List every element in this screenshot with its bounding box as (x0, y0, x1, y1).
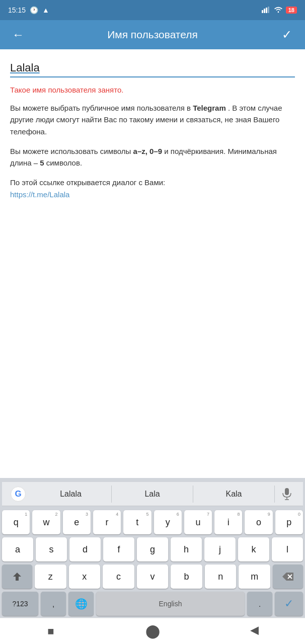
key-o[interactable]: 9o (245, 510, 272, 534)
drive-icon: ▲ (42, 6, 49, 14)
key-y[interactable]: 6y (154, 510, 182, 534)
keyboard-row-2: a s d f g h j k l (2, 537, 303, 561)
key-l[interactable]: l (272, 537, 303, 561)
g-icon: G (11, 487, 26, 502)
key-z[interactable]: z (35, 565, 66, 589)
space-key[interactable]: English (96, 592, 245, 616)
svg-rect-2 (266, 8, 267, 13)
key-j[interactable]: j (204, 537, 236, 561)
status-icons: 18 (262, 6, 297, 15)
key-x[interactable]: x (69, 565, 101, 589)
info-text-2d: 5 (40, 158, 44, 167)
key-a[interactable]: a (2, 537, 33, 561)
key-f[interactable]: f (103, 537, 134, 561)
key-e[interactable]: 3e (63, 510, 91, 534)
svg-point-4 (277, 11, 279, 13)
info-text-2e: символов. (44, 158, 83, 167)
nav-recents-button[interactable]: ■ (43, 624, 58, 639)
shift-key[interactable] (2, 565, 32, 589)
profile-link[interactable]: https://t.me/Lalala (10, 190, 69, 199)
globe-key[interactable]: 🌐 (68, 592, 94, 616)
key-g[interactable]: g (137, 537, 168, 561)
keyboard-row-3: z x c v b n m (2, 565, 303, 589)
info-paragraph-3: По этой ссылке открывается диалог с Вами… (10, 177, 295, 200)
svg-rect-3 (268, 7, 269, 13)
svg-rect-5 (285, 488, 289, 495)
keyboard-row-1: 1q 2w 3e 4r 5t 6y 7u 8i 9o 0p (2, 510, 303, 534)
key-k[interactable]: k (238, 537, 269, 561)
google-logo: G (6, 487, 30, 502)
page-title: Имя пользователя (28, 29, 277, 41)
svg-rect-0 (262, 10, 263, 13)
battery-indicator: 18 (286, 7, 297, 14)
confirm-button[interactable]: ✓ (277, 28, 297, 42)
username-input-wrapper (10, 61, 295, 77)
key-u[interactable]: 7u (184, 510, 212, 534)
suggestion-2[interactable]: Lala (112, 486, 193, 503)
key-t[interactable]: 5t (123, 510, 151, 534)
error-message: Такое имя пользователя занято. (10, 86, 295, 94)
info-paragraph-2: Вы можете использовать символы a–z, 0–9 … (10, 145, 295, 169)
top-bar: ← Имя пользователя ✓ (0, 20, 305, 49)
back-button[interactable]: ← (8, 28, 28, 42)
key-v[interactable]: v (137, 565, 169, 589)
alarm-icon: 🕐 (30, 6, 38, 14)
mic-button[interactable] (275, 488, 299, 500)
main-content: Такое имя пользователя занято. Вы можете… (0, 49, 305, 216)
suggestion-1[interactable]: Lalala (30, 486, 112, 503)
info-paragraph-1: Вы можете выбрать публичное имя пользова… (10, 102, 295, 137)
period-key[interactable]: . (247, 592, 272, 616)
info-text-1a: Вы можете выбрать публичное имя пользова… (10, 104, 191, 112)
telegram-brand: Telegram (193, 104, 226, 112)
sym-key[interactable]: ?123 (2, 592, 38, 616)
info-text-2b: a–z, 0–9 (133, 147, 163, 155)
key-h[interactable]: h (171, 537, 202, 561)
signal-icon (262, 6, 271, 15)
info-text-3: По этой ссылке открывается диалог с Вами… (10, 178, 165, 187)
key-n[interactable]: n (205, 565, 237, 589)
svg-rect-1 (264, 9, 265, 13)
key-b[interactable]: b (171, 565, 202, 589)
key-c[interactable]: c (103, 565, 134, 589)
key-q[interactable]: 1q (2, 510, 30, 534)
nav-home-button[interactable]: ⬤ (145, 624, 160, 639)
keyboard: G Lalala Lala Kala 1q 2w 3e 4r 5t 6y 7u … (0, 478, 305, 618)
key-i[interactable]: 8i (214, 510, 242, 534)
key-w[interactable]: 2w (32, 510, 60, 534)
backspace-key[interactable] (273, 565, 303, 589)
key-r[interactable]: 4r (93, 510, 121, 534)
nav-back-button[interactable]: ▶ (247, 624, 262, 639)
comma-key[interactable]: , (41, 592, 66, 616)
key-m[interactable]: m (239, 565, 270, 589)
suggestion-3[interactable]: Kala (193, 486, 275, 503)
nav-bar: ■ ⬤ ▶ (0, 618, 305, 644)
status-bar: 15:15 🕐 ▲ 18 (0, 0, 305, 20)
status-time: 15:15 (8, 6, 26, 14)
enter-key[interactable]: ✓ (275, 592, 303, 616)
key-s[interactable]: s (36, 537, 67, 561)
info-text-2a: Вы можете использовать символы (10, 147, 133, 155)
suggestions-row: G Lalala Lala Kala (2, 482, 303, 506)
key-p[interactable]: 0p (275, 510, 303, 534)
username-input[interactable] (10, 61, 295, 74)
keyboard-row-4: ?123 , 🌐 English . ✓ (2, 592, 303, 616)
wifi-icon (274, 6, 283, 15)
key-d[interactable]: d (69, 537, 101, 561)
